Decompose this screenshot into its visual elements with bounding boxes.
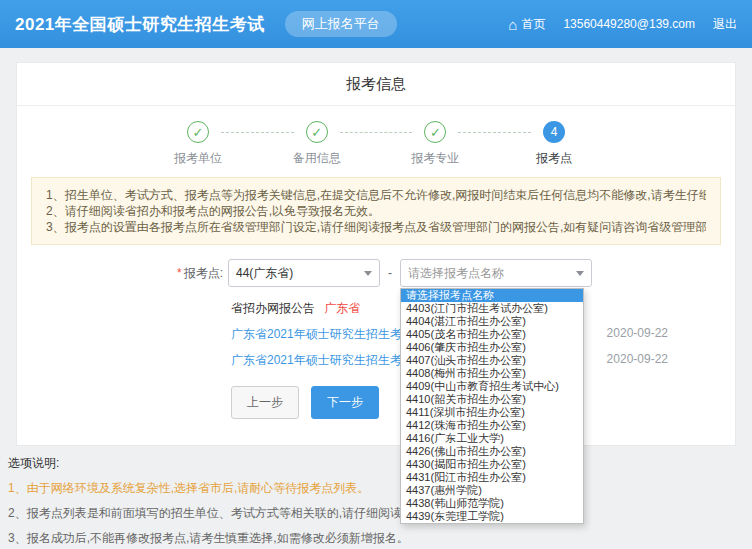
- site-select-wrap: 请选择报考点名称 请选择报考点名称 4403(江门市招生考试办公室) 4404(…: [400, 259, 592, 287]
- dropdown-option[interactable]: 4438(韩山师范学院): [401, 497, 583, 510]
- site-select-placeholder: 请选择报考点名称: [408, 265, 504, 282]
- notice-line: 2、请仔细阅读省招办和报考点的网报公告,以免导致报名无效。: [46, 203, 706, 219]
- explanation-line: 3、报名成功后,不能再修改报考点,请考生慎重选择,如需修改必须新增报名。: [8, 530, 582, 547]
- dropdown-option[interactable]: 请选择报考点名称: [401, 289, 583, 302]
- explanation-title: 选项说明:: [8, 455, 744, 472]
- dropdown-option[interactable]: 4412(珠海市招生办公室): [401, 419, 583, 432]
- province-announcement-link[interactable]: 广东省: [324, 301, 360, 315]
- site-select[interactable]: 请选择报考点名称: [400, 259, 592, 287]
- chevron-down-icon: [576, 271, 584, 276]
- chevron-down-icon: [364, 271, 372, 276]
- previous-step-button[interactable]: 上一步: [231, 386, 299, 419]
- step-label: 备用信息: [293, 150, 341, 167]
- exam-site-field-label: *报考点:: [17, 265, 223, 282]
- dropdown-option[interactable]: 4416(广东工业大学): [401, 432, 583, 445]
- dropdown-option[interactable]: 4411(深圳市招生办公室): [401, 406, 583, 419]
- announcement-prefix: 省招办网报公告: [231, 301, 315, 315]
- step-label: 报考专业: [411, 150, 459, 167]
- section-title: 报考信息: [17, 63, 735, 106]
- site-dropdown: 请选择报考点名称 4403(江门市招生考试办公室) 4404(湛江市招生办公室)…: [400, 288, 584, 524]
- home-link-label: 首页: [521, 16, 545, 33]
- next-step-button[interactable]: 下一步: [311, 386, 379, 419]
- announcement-date: 2020-09-22: [607, 352, 668, 369]
- dropdown-option[interactable]: 4426(佛山市招生办公室): [401, 445, 583, 458]
- exam-site-form-row: *报考点: 44(广东省) - 请选择报考点名称 请选择报考点名称 4403(江…: [17, 259, 735, 287]
- step-label: 报考点: [536, 150, 572, 167]
- step-label: 报考单位: [174, 150, 222, 167]
- registration-card: 报考信息 ✓ 报考单位 ✓ 备用信息 ✓ 报考专业 4 报考点 1、招生单位、考…: [16, 62, 736, 446]
- required-asterisk: *: [177, 266, 182, 280]
- step-exam-site: 4 报考点: [517, 121, 591, 167]
- logout-link[interactable]: 退出: [713, 16, 737, 33]
- notice-line: 3、报考点的设置由各报考点所在省级管理部门设定,请仔细阅读报考点及省级管理部门的…: [46, 219, 706, 235]
- notice-line: 1、招生单位、考试方式、报考点等为报考关键信息,在提交信息后不允许修改,网报时间…: [46, 187, 706, 203]
- account-email: 13560449280@139.com: [563, 17, 695, 31]
- dropdown-option[interactable]: 4437(惠州学院): [401, 484, 583, 497]
- step-number: 4: [543, 121, 565, 143]
- dropdown-option[interactable]: 4431(阳江市招生办公室): [401, 471, 583, 484]
- dropdown-option[interactable]: 4404(湛江市招生办公室): [401, 315, 583, 328]
- province-select[interactable]: 44(广东省): [228, 259, 380, 287]
- dropdown-option[interactable]: 4409(中山市教育招生考试中心): [401, 380, 583, 393]
- step-check-icon: ✓: [306, 121, 328, 143]
- platform-badge: 网上报名平台: [285, 11, 397, 37]
- dropdown-option[interactable]: 4407(汕头市招生办公室): [401, 354, 583, 367]
- dropdown-option[interactable]: 4408(梅州市招生办公室): [401, 367, 583, 380]
- stepper: ✓ 报考单位 ✓ 备用信息 ✓ 报考专业 4 报考点: [161, 121, 591, 167]
- notice-box: 1、招生单位、考试方式、报考点等为报考关键信息,在提交信息后不允许修改,网报时间…: [31, 177, 721, 245]
- step-check-icon: ✓: [424, 121, 446, 143]
- header-right: ⌂ 首页 13560449280@139.com 退出: [508, 16, 737, 33]
- home-link[interactable]: ⌂ 首页: [508, 16, 545, 33]
- dropdown-option[interactable]: 4403(江门市招生考试办公室): [401, 302, 583, 315]
- dropdown-option[interactable]: 4410(韶关市招生办公室): [401, 393, 583, 406]
- dropdown-option[interactable]: 4405(茂名市招生办公室): [401, 328, 583, 341]
- step-check-icon: ✓: [187, 121, 209, 143]
- home-icon: ⌂: [508, 17, 517, 32]
- options-explanation: 选项说明: 1、由于网络环境及系统复杂性,选择省市后,请耐心等待报考点列表。 2…: [8, 455, 744, 549]
- field-label-text: 报考点:: [184, 266, 223, 280]
- select-separator: -: [388, 266, 392, 280]
- announcement-date: 2020-09-22: [607, 326, 668, 343]
- dropdown-option[interactable]: 4430(揭阳市招生办公室): [401, 458, 583, 471]
- dropdown-option[interactable]: 4406(肇庆市招生办公室): [401, 341, 583, 354]
- dropdown-option[interactable]: 4439(东莞理工学院): [401, 510, 583, 523]
- app-header: 2021年全国硕士研究生招生考试 网上报名平台 ⌂ 首页 13560449280…: [0, 0, 752, 48]
- province-select-value: 44(广东省): [236, 265, 293, 282]
- page-title: 2021年全国硕士研究生招生考试: [15, 13, 265, 36]
